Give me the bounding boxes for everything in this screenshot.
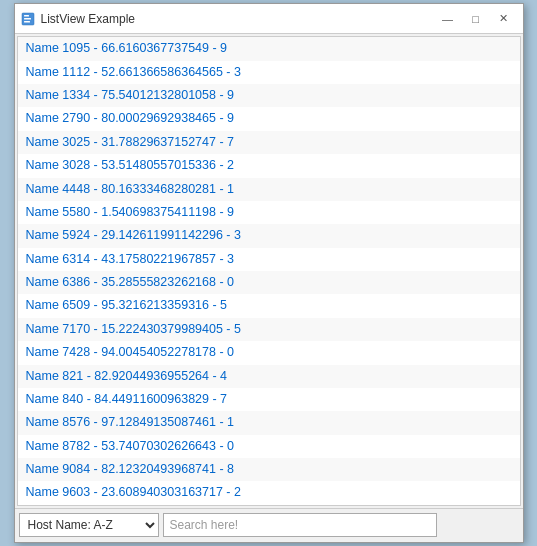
close-button[interactable]: ✕: [491, 9, 517, 29]
status-bar: Host Name: A-ZHost Name: Z-AValue: Low-H…: [15, 508, 523, 542]
list-item[interactable]: Name 9084 - 82.12320493968741 - 8: [18, 458, 520, 481]
list-item[interactable]: Name 6386 - 35.28555823262168 - 0: [18, 271, 520, 294]
list-item[interactable]: Name 1334 - 75.54012132801058 - 9: [18, 84, 520, 107]
minimize-button[interactable]: —: [435, 9, 461, 29]
list-item[interactable]: Name 2790 - 80.00029692938465 - 9: [18, 107, 520, 130]
list-item[interactable]: Name 6314 - 43.17580221967857 - 3: [18, 248, 520, 271]
list-item[interactable]: Name 3028 - 53.51480557015336 - 2: [18, 154, 520, 177]
list-item[interactable]: Name 1112 - 52.661366586364565 - 3: [18, 61, 520, 84]
maximize-button[interactable]: □: [463, 9, 489, 29]
search-input[interactable]: [163, 513, 437, 537]
list-item[interactable]: Name 3025 - 31.78829637152747 - 7: [18, 131, 520, 154]
list-item[interactable]: Name 5924 - 29.142611991142296 - 3: [18, 224, 520, 247]
window-controls: — □ ✕: [435, 9, 517, 29]
list-item[interactable]: Name 4448 - 80.16333468280281 - 1: [18, 178, 520, 201]
list-item[interactable]: Name 5580 - 1.540698375411198 - 9: [18, 201, 520, 224]
svg-rect-2: [24, 18, 31, 20]
window-title: ListView Example: [41, 12, 435, 26]
main-window: ListView Example — □ ✕ Name 1095 - 66.61…: [14, 3, 524, 543]
list-item[interactable]: Name 7428 - 94.00454052278178 - 0: [18, 341, 520, 364]
list-item[interactable]: Name 840 - 84.44911600963829 - 7: [18, 388, 520, 411]
svg-rect-3: [24, 21, 30, 23]
list-view: Name 1095 - 66.6160367737549 - 9Name 111…: [17, 36, 521, 506]
title-bar: ListView Example — □ ✕: [15, 4, 523, 34]
app-icon: [21, 12, 35, 26]
list-item[interactable]: Name 821 - 82.92044936955264 - 4: [18, 365, 520, 388]
list-item[interactable]: Name 1095 - 66.6160367737549 - 9: [18, 37, 520, 60]
svg-rect-1: [24, 15, 29, 17]
list-item[interactable]: Name 8576 - 97.12849135087461 - 1: [18, 411, 520, 434]
list-item[interactable]: Name 9603 - 23.608940303163717 - 2: [18, 481, 520, 504]
list-item[interactable]: Name 7170 - 15.222430379989405 - 5: [18, 318, 520, 341]
sort-select[interactable]: Host Name: A-ZHost Name: Z-AValue: Low-H…: [19, 513, 159, 537]
list-item[interactable]: Name 6509 - 95.3216213359316 - 5: [18, 294, 520, 317]
list-item[interactable]: Name 8782 - 53.74070302626643 - 0: [18, 435, 520, 458]
